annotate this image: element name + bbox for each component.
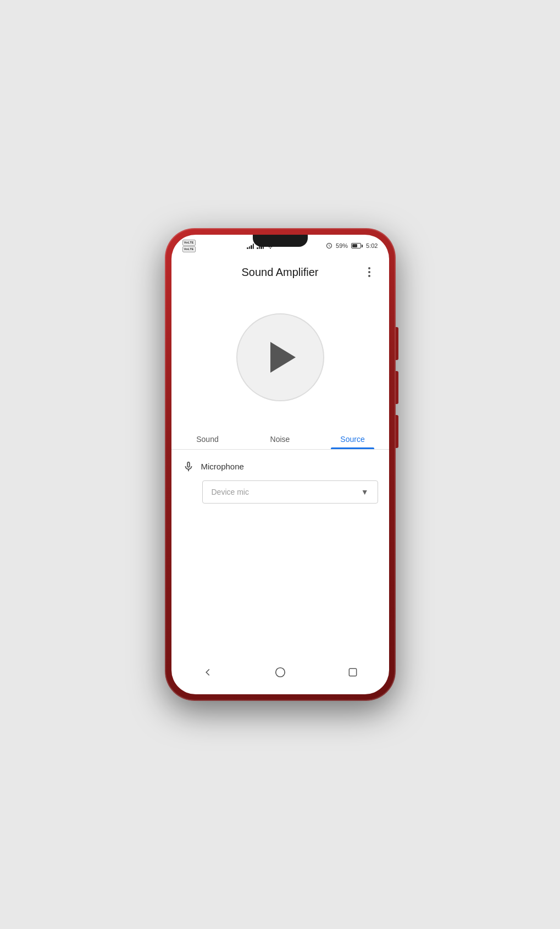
battery-icon — [351, 243, 363, 248]
dropdown-value: Device mic — [212, 488, 249, 496]
volte2-badge: VoLTE — [182, 246, 196, 252]
volte-badges: VoLTE VoLTE — [182, 240, 196, 252]
app-title: Sound Amplifier — [200, 266, 361, 279]
three-dots-icon — [368, 267, 370, 277]
svg-point-0 — [275, 668, 285, 677]
more-menu-button[interactable] — [361, 263, 378, 281]
microphone-icon — [182, 461, 195, 473]
microphone-row: Microphone — [182, 461, 378, 473]
home-button[interactable] — [268, 660, 292, 684]
dropdown-arrow-icon: ▼ — [361, 488, 369, 496]
tab-bar: Sound Noise Source — [171, 427, 389, 450]
volte1-badge: VoLTE — [182, 240, 196, 246]
tab-noise[interactable]: Noise — [244, 427, 317, 449]
app-header: Sound Amplifier — [171, 255, 389, 287]
recents-button[interactable] — [341, 660, 365, 684]
play-button[interactable] — [236, 313, 324, 401]
signal-bars-1 — [247, 242, 254, 249]
alarm-icon — [326, 242, 332, 249]
play-icon — [270, 342, 296, 373]
bottom-spacer — [171, 515, 389, 654]
time-display: 5:02 — [366, 242, 378, 249]
back-button[interactable] — [196, 660, 220, 684]
dropdown-container: Device mic ▼ — [202, 480, 378, 504]
battery-fill — [352, 244, 357, 247]
tab-source[interactable]: Source — [317, 427, 389, 449]
device-mic-dropdown[interactable]: Device mic ▼ — [202, 480, 378, 504]
phone-screen: VoLTE VoLTE — [171, 235, 389, 694]
battery-percent: 59% — [336, 242, 348, 249]
tab-sound[interactable]: Sound — [171, 427, 244, 449]
play-area — [171, 287, 389, 427]
status-right: 59% 5:02 — [326, 242, 378, 249]
microphone-label: Microphone — [201, 462, 244, 471]
source-panel: Microphone Device mic ▼ — [171, 450, 389, 515]
battery-tip — [362, 245, 363, 247]
status-left: VoLTE VoLTE — [182, 240, 196, 252]
nav-bar — [171, 654, 389, 694]
phone-device: VoLTE VoLTE — [165, 228, 396, 701]
svg-rect-1 — [349, 668, 356, 676]
phone-notch — [253, 235, 308, 247]
